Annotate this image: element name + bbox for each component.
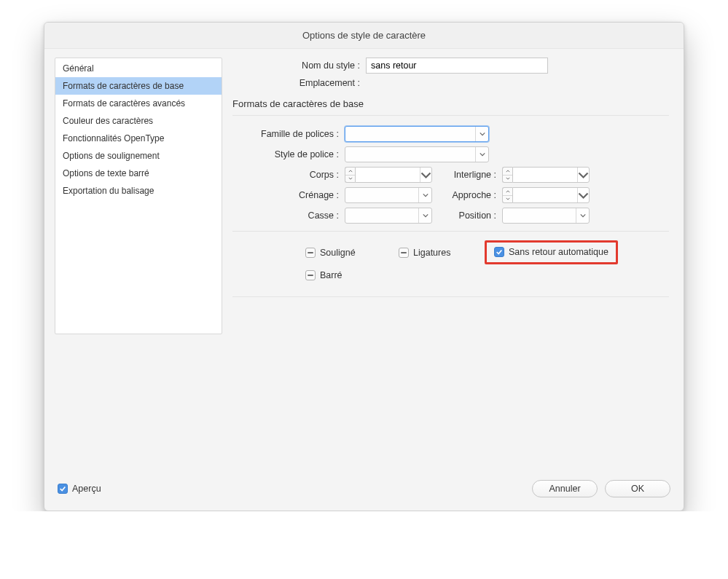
sidebar-item-label: Options de soulignement <box>63 151 160 161</box>
position-dropdown[interactable] <box>502 208 590 224</box>
stepper-buttons[interactable] <box>502 167 512 183</box>
dialog-title: Options de style de caractère <box>302 30 426 41</box>
ok-button[interactable]: OK <box>605 480 670 497</box>
chevron-down-icon <box>577 188 589 202</box>
kerning-label: Crénage : <box>232 190 339 200</box>
checkbox-icon <box>58 484 68 494</box>
stepper-buttons[interactable] <box>502 187 512 203</box>
size-label: Corps : <box>232 170 339 180</box>
chevron-down-icon <box>345 176 355 183</box>
sidebar-item-character-color[interactable]: Couleur des caractères <box>55 112 222 130</box>
checkbox-icon <box>305 270 316 280</box>
size-stepper[interactable] <box>345 167 432 183</box>
strikethrough-checkbox[interactable]: Barré <box>305 270 378 280</box>
tracking-stepper[interactable] <box>502 187 590 203</box>
chevron-down-icon <box>420 168 431 182</box>
checkbox-group: Souligné Ligatures Sans retour auto <box>232 231 669 280</box>
checkbox-label: Sans retour automatique <box>509 247 608 257</box>
chevron-down-icon <box>418 188 431 202</box>
chevron-up-icon <box>345 168 355 176</box>
checkbox-label: Ligatures <box>413 248 450 258</box>
button-label: OK <box>631 484 644 494</box>
cancel-button[interactable]: Annuler <box>532 480 598 497</box>
case-label: Casse : <box>232 210 339 221</box>
header-rows: Nom du style : Emplacement : <box>232 58 669 88</box>
sidebar-item-strikethrough-options[interactable]: Options de texte barré <box>55 165 222 182</box>
position-label: Position : <box>438 210 496 221</box>
basic-formats-section: Famille de polices : Style de police : <box>232 115 669 297</box>
checkbox-icon <box>399 248 409 258</box>
sidebar-item-label: Formats de caractères de base <box>63 81 184 91</box>
checkbox-icon <box>494 247 504 257</box>
no-break-checkbox[interactable]: Sans retour automatique <box>494 247 608 257</box>
chevron-down-icon <box>418 208 431 223</box>
dialog-content: Général Formats de caractères de base Fo… <box>44 49 684 471</box>
sidebar-item-label: Général <box>63 63 94 74</box>
checkbox-label: Aperçu <box>72 484 101 494</box>
font-family-dropdown[interactable] <box>345 126 489 142</box>
case-dropdown[interactable] <box>345 208 432 224</box>
kerning-dropdown[interactable] <box>345 187 432 203</box>
sidebar-item-label: Exportation du balisage <box>63 186 154 196</box>
tracking-label: Approche : <box>438 190 496 200</box>
section-title: Formats de caractères de base <box>232 98 669 115</box>
chevron-down-icon <box>576 208 589 223</box>
dialog-footer: Aperçu Annuler OK <box>44 471 684 511</box>
chevron-down-icon <box>503 196 512 203</box>
sidebar-item-label: Formats de caractères avancés <box>63 98 185 109</box>
sidebar-item-tagging-export[interactable]: Exportation du balisage <box>55 182 222 200</box>
leading-stepper[interactable] <box>502 167 590 183</box>
dialog-titlebar: Options de style de caractère <box>44 23 684 49</box>
chevron-down-icon <box>475 127 488 141</box>
underline-checkbox[interactable]: Souligné <box>305 248 378 258</box>
location-label: Emplacement : <box>232 78 360 88</box>
sidebar-item-opentype[interactable]: Fonctionnalités OpenType <box>55 130 222 147</box>
button-label: Annuler <box>549 484 580 494</box>
checkbox-icon <box>305 248 316 258</box>
main-panel: Nom du style : Emplacement : Formats de … <box>232 58 673 471</box>
sidebar-item-advanced-formats[interactable]: Formats de caractères avancés <box>55 95 222 112</box>
checkbox-label: Souligné <box>320 248 356 258</box>
font-style-label: Style de police : <box>232 149 339 159</box>
font-style-dropdown[interactable] <box>345 146 489 162</box>
sidebar-item-underline-options[interactable]: Options de soulignement <box>55 147 222 165</box>
sidebar-item-label: Fonctionnalités OpenType <box>63 133 164 143</box>
sidebar-item-basic-formats[interactable]: Formats de caractères de base <box>55 77 222 95</box>
ligatures-checkbox[interactable]: Ligatures <box>399 248 471 258</box>
preview-checkbox[interactable]: Aperçu <box>58 484 101 494</box>
chevron-down-icon <box>577 168 589 182</box>
chevron-down-icon <box>503 176 512 183</box>
stepper-buttons[interactable] <box>345 167 355 183</box>
category-sidebar: Général Formats de caractères de base Fo… <box>55 58 222 334</box>
sidebar-item-label: Couleur des caractères <box>63 116 153 126</box>
checkbox-label: Barré <box>320 270 343 280</box>
sidebar-item-general[interactable]: Général <box>55 60 222 77</box>
chevron-up-icon <box>503 188 512 196</box>
font-family-label: Famille de polices : <box>232 129 339 139</box>
dialog-window: Options de style de caractère Général Fo… <box>44 22 684 511</box>
sidebar-item-label: Options de texte barré <box>63 168 149 178</box>
style-name-label: Nom du style : <box>232 60 360 71</box>
chevron-down-icon <box>475 147 488 162</box>
leading-label: Interligne : <box>438 170 496 180</box>
style-name-input[interactable] <box>366 58 548 74</box>
highlight-box: Sans retour automatique <box>485 240 618 264</box>
chevron-up-icon <box>503 168 512 176</box>
